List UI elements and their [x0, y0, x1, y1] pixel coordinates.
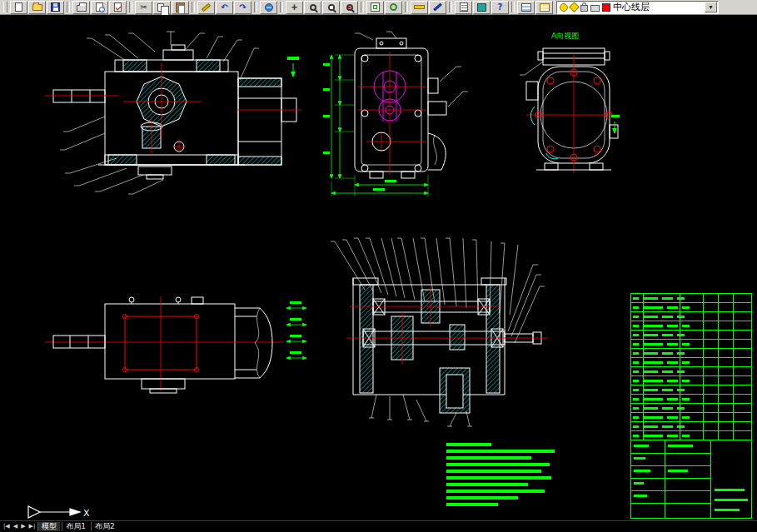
view-front-outline	[45, 296, 283, 393]
help-icon: ?	[498, 3, 503, 12]
help-button[interactable]: ?	[491, 1, 509, 14]
redraw-button[interactable]	[429, 1, 446, 14]
spelling-button[interactable]	[109, 1, 127, 14]
redo-arrow-icon: ↷	[239, 3, 246, 12]
zoom-realtime-button[interactable]	[304, 1, 321, 14]
magnifier-previous-icon	[346, 4, 353, 11]
toolbar-grip[interactable]	[3, 2, 7, 12]
zoom-window-button[interactable]	[322, 1, 340, 14]
previous-tab-button[interactable]: ◀	[12, 524, 18, 530]
redo-button[interactable]: ↷	[234, 1, 252, 14]
view-top	[323, 32, 468, 196]
match-properties-button[interactable]	[197, 1, 215, 14]
design-center-button[interactable]	[473, 1, 491, 14]
title-block	[631, 440, 751, 518]
make-layer-icon	[540, 3, 550, 12]
design-center-icon	[477, 3, 486, 12]
view-section	[286, 238, 548, 426]
new-file-icon	[15, 2, 22, 12]
drawing-canvas[interactable]: A向视图	[0, 15, 757, 520]
technical-notes-block	[446, 443, 563, 510]
views-icon	[371, 2, 380, 12]
scissors-icon: ✂	[140, 3, 147, 12]
parts-list-title-block	[630, 293, 752, 519]
tab-layout1[interactable]: 布局1	[62, 522, 89, 531]
view-direction-label: A向视图	[551, 32, 579, 40]
tab-model[interactable]: 模型	[37, 522, 60, 531]
toolbar-separator	[129, 2, 132, 12]
orbit-icon	[390, 3, 397, 11]
next-tab-button[interactable]: ▶	[20, 524, 26, 530]
layout-tab-bar: |◀ ◀ ▶ ▶| 模型 布局1 布局2	[0, 520, 757, 532]
spelling-icon	[114, 2, 122, 12]
layer-dropdown-arrow[interactable]: ▼	[705, 2, 717, 12]
layer-color-swatch	[602, 3, 610, 12]
cut-button[interactable]: ✂	[135, 1, 152, 14]
view-front	[45, 32, 301, 194]
properties-button[interactable]	[455, 1, 472, 14]
undo-arrow-icon: ↶	[221, 3, 227, 12]
new-button[interactable]	[10, 1, 27, 14]
clipboard-icon	[176, 2, 185, 12]
named-views-button[interactable]	[366, 1, 384, 14]
layer-on-bulb-icon[interactable]	[560, 3, 568, 12]
pan-button[interactable]: +	[286, 1, 303, 14]
toolbar-separator	[280, 2, 283, 12]
layers-icon	[521, 3, 531, 12]
copy-button[interactable]	[153, 1, 171, 14]
toolbar-separator	[361, 2, 364, 12]
toolbar-separator	[511, 2, 515, 12]
view-side-a-direction: A向视图	[520, 32, 621, 173]
distance-button[interactable]	[411, 1, 428, 14]
copy-icon	[157, 3, 164, 12]
undo-button[interactable]: ↶	[216, 1, 233, 14]
paste-button[interactable]	[172, 1, 189, 14]
ucs-icon: X	[28, 506, 90, 519]
paintbrush-icon	[202, 2, 211, 11]
magnifier-window-icon	[328, 4, 335, 11]
pencil-icon	[433, 3, 441, 11]
zoom-previous-button[interactable]	[341, 1, 358, 14]
toolbar-separator	[192, 2, 195, 12]
current-layer-name: 中心线层	[613, 1, 702, 13]
orbit-button[interactable]	[385, 1, 402, 14]
magnifier-icon	[310, 4, 316, 11]
layers-button[interactable]	[517, 1, 535, 14]
standard-toolbar: ✂ ↶ ↷ + ? 中心线层 ▼	[0, 0, 757, 15]
first-tab-button[interactable]: |◀	[2, 524, 11, 530]
print-preview-icon	[96, 2, 103, 12]
print-preview-button[interactable]	[91, 1, 108, 14]
layer-dropdown[interactable]: 中心线层 ▼	[556, 1, 719, 14]
toolbar-separator	[67, 2, 70, 12]
insert-hyperlink-button[interactable]	[260, 1, 277, 14]
last-tab-button[interactable]: ▶|	[28, 524, 37, 530]
toolbar-separator	[254, 2, 257, 12]
make-layer-current-button[interactable]	[535, 1, 553, 14]
tab-layout2[interactable]: 布局2	[91, 522, 118, 531]
properties-icon	[460, 2, 468, 12]
layer-plot-icon[interactable]	[590, 5, 600, 12]
open-folder-icon	[32, 4, 42, 11]
globe-icon	[265, 3, 273, 12]
layer-freeze-sun-icon[interactable]	[569, 2, 580, 12]
save-button[interactable]	[47, 1, 64, 14]
layer-lock-icon[interactable]	[580, 5, 588, 12]
ruler-icon	[414, 5, 425, 9]
toolbar-separator	[405, 2, 408, 12]
plot-button[interactable]	[72, 1, 90, 14]
toolbar-separator	[449, 2, 452, 12]
printer-icon	[77, 5, 87, 12]
pan-cross-icon: +	[291, 3, 297, 12]
ucs-x-axis-label: X	[83, 508, 90, 519]
open-button[interactable]	[28, 1, 46, 14]
save-floppy-icon	[51, 2, 60, 12]
